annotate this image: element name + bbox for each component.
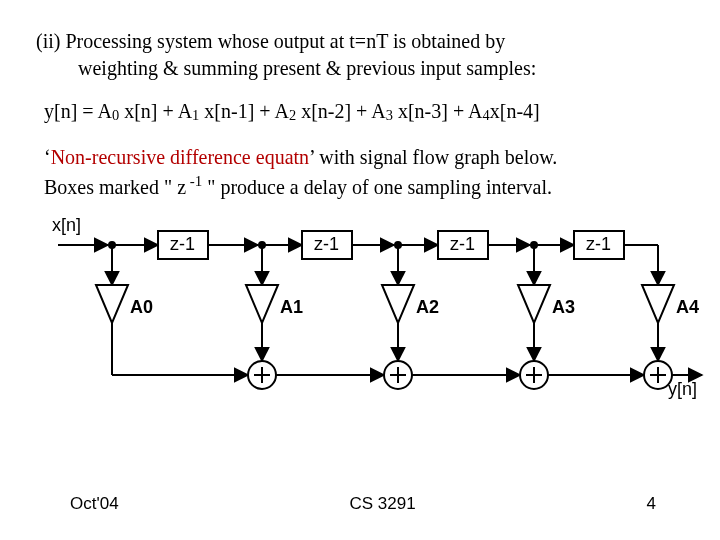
delay-box-3: z-1 — [586, 234, 611, 254]
svg-point-5 — [259, 242, 265, 248]
svg-point-9 — [395, 242, 401, 248]
svg-marker-25 — [518, 285, 550, 323]
gain-label-1: A1 — [280, 297, 303, 317]
eq-t4: x[n-3] + A — [393, 100, 483, 122]
gain-label-4: A4 — [676, 297, 699, 317]
intro-line1: (ii) Processing system whose output at t… — [36, 30, 505, 52]
eq-t1: x[n] + A — [119, 100, 192, 122]
term-nonrecursive: Non-recursive difference equatn — [51, 146, 309, 168]
delay-box-1: z-1 — [314, 234, 339, 254]
delay-box-2: z-1 — [450, 234, 475, 254]
eq-t2: x[n-1] + A — [199, 100, 289, 122]
signal-flow-graph: x[n] y[n] z-1 z-1 z-1 z-1 A0 A1 A2 A3 A4 — [46, 215, 706, 415]
paragraph-intro: (ii) Processing system whose output at t… — [36, 28, 684, 82]
note-line2b: " produce a delay of one sampling interv… — [202, 176, 552, 198]
eq-sub4: 4 — [483, 107, 490, 123]
note-sup: -1 — [186, 173, 202, 189]
gain-label-2: A2 — [416, 297, 439, 317]
footer-right: 4 — [647, 494, 656, 514]
eq-lhs: y[n] = A — [44, 100, 112, 122]
intro-line2: weighting & summing present & previous i… — [36, 57, 536, 79]
eq-t3: x[n-2] + A — [296, 100, 386, 122]
eq-t5: x[n-4] — [490, 100, 540, 122]
delay-box-0: z-1 — [170, 234, 195, 254]
eq-sub3: 3 — [386, 107, 393, 123]
output-label: y[n] — [668, 379, 697, 399]
gain-label-0: A0 — [130, 297, 153, 317]
footer-center: CS 3291 — [349, 494, 415, 514]
note-tail: ’ with signal flow graph below. — [309, 146, 557, 168]
open-quote: ‘ — [44, 146, 51, 168]
paragraph-note: ‘Non-recursive difference equatn’ with s… — [44, 144, 684, 201]
input-label: x[n] — [52, 215, 81, 235]
gain-label-3: A3 — [552, 297, 575, 317]
svg-point-1 — [109, 242, 115, 248]
footer: Oct'04 CS 3291 4 — [0, 494, 720, 514]
note-line2a: Boxes marked " z — [44, 176, 186, 198]
footer-left: Oct'04 — [70, 494, 119, 514]
svg-marker-26 — [642, 285, 674, 323]
svg-marker-22 — [96, 285, 128, 323]
svg-marker-24 — [382, 285, 414, 323]
difference-equation: y[n] = A0 x[n] + A1 x[n-1] + A2 x[n-2] +… — [44, 100, 684, 124]
svg-point-13 — [531, 242, 537, 248]
svg-marker-23 — [246, 285, 278, 323]
